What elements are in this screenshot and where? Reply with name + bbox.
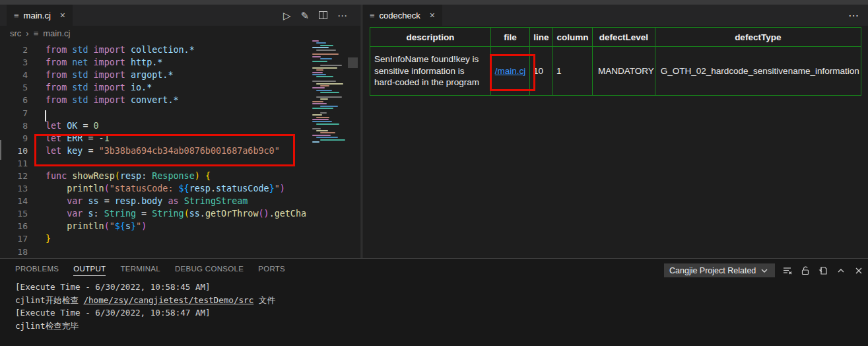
line-number[interactable]: 2 — [0, 45, 28, 55]
code-line[interactable]: 10let key = "3b38ba694cb34ab0876b001687a… — [0, 145, 308, 157]
code-line[interactable]: 6from std import convert.* — [0, 94, 308, 106]
code-token — [46, 221, 67, 231]
output-line: cjlint检查完毕 — [15, 320, 275, 333]
line-number[interactable]: 3 — [0, 57, 28, 67]
code-token: resp — [120, 171, 141, 181]
line-number[interactable]: 16 — [0, 221, 28, 231]
panel-tab-terminal[interactable]: TERMINAL — [120, 265, 160, 276]
code-token: import — [94, 45, 131, 55]
panel-tab-debug-console[interactable]: DEBUG CONSOLE — [175, 265, 244, 276]
code-text: from std import argopt.* — [46, 69, 174, 81]
code-token: } — [46, 234, 51, 244]
code-token: collection.* — [131, 45, 195, 55]
scrollbar-thumb[interactable] — [348, 57, 358, 68]
panel-tab-bar: PROBLEMSOUTPUTTERMINALDEBUG CONSOLEPORTS — [15, 265, 285, 276]
clear-output-icon[interactable] — [782, 265, 793, 276]
file-link[interactable]: /main.cj — [495, 66, 526, 76]
unlock-icon[interactable] — [800, 265, 811, 276]
line-number[interactable]: 17 — [0, 234, 28, 244]
code-token: let — [46, 133, 67, 143]
vscode-window: ≡ main.cj × ▷ ✎ ⋯ src › ≡ main.cj 2from … — [0, 0, 868, 346]
code-line[interactable]: 9let ERR = -1 — [0, 132, 308, 145]
code-token: std — [72, 45, 93, 55]
breadcrumb-file[interactable]: main.cj — [43, 28, 70, 38]
more-actions-icon[interactable]: ⋯ — [848, 9, 859, 22]
code-token: io.* — [131, 83, 152, 92]
output-channel-dropdown[interactable]: Cangjie Project Related — [664, 263, 775, 277]
minimap-line — [312, 101, 323, 102]
code-line[interactable]: 17} — [0, 232, 308, 245]
breadcrumb-folder[interactable]: src — [10, 28, 21, 38]
more-actions-icon[interactable]: ⋯ — [337, 11, 347, 20]
code-token: println — [67, 221, 104, 231]
line-number[interactable]: 4 — [0, 70, 28, 80]
code-token: import — [94, 83, 131, 92]
minimap-line — [312, 108, 333, 109]
code-line[interactable]: 12func showResp(resp: Response) { — [0, 170, 308, 182]
minimap-line — [316, 137, 338, 138]
minimap-line — [312, 114, 322, 116]
output-line: cjlint开始检查 /home/zsy/cangjietest/testDem… — [15, 294, 275, 307]
code-line[interactable]: 11 — [0, 157, 308, 170]
line-number[interactable]: 6 — [0, 95, 28, 105]
line-number[interactable]: 10 — [0, 146, 28, 156]
code-line[interactable]: 3from net import http.* — [0, 56, 308, 69]
line-number[interactable]: 15 — [0, 209, 28, 219]
tab-main-cj[interactable]: ≡ main.cj × — [7, 5, 73, 26]
panel-tab-ports[interactable]: PORTS — [258, 265, 285, 276]
vertical-scrollbar[interactable] — [347, 40, 358, 258]
maximize-panel-icon[interactable] — [836, 265, 846, 276]
codecheck-defect-table: descriptionfilelinecolumndefectLeveldefe… — [370, 27, 861, 96]
code-token: resp — [115, 196, 136, 206]
close-icon[interactable]: × — [430, 10, 435, 20]
code-line[interactable]: 13 println("statusCode: ${resp.statusCod… — [0, 182, 308, 195]
code-line[interactable]: 4from std import argopt.* — [0, 69, 308, 81]
line-number[interactable]: 5 — [0, 83, 28, 92]
open-output-in-editor-icon[interactable] — [818, 265, 828, 276]
line-number[interactable]: 18 — [0, 247, 28, 257]
code-token: getOrThrow — [205, 209, 259, 219]
split-editor-icon[interactable] — [319, 11, 327, 19]
code-token: import — [94, 70, 131, 80]
line-number[interactable]: 11 — [0, 158, 28, 168]
code-token: ( — [104, 184, 110, 193]
code-token: ss — [189, 209, 200, 219]
close-panel-icon[interactable] — [853, 265, 864, 276]
line-number[interactable]: 13 — [0, 184, 28, 193]
line-number[interactable]: 12 — [0, 171, 28, 181]
code-token: import — [94, 57, 131, 67]
panel-tab-problems[interactable]: PROBLEMS — [15, 265, 59, 276]
code-token: " — [110, 221, 115, 231]
code-line[interactable]: 18 — [0, 246, 308, 258]
code-token: : — [94, 209, 104, 219]
minimap-line — [320, 132, 335, 133]
line-number[interactable]: 7 — [0, 108, 28, 118]
file-list-icon: ≡ — [370, 11, 375, 20]
code-editor[interactable]: 2from std import collection.*3from net i… — [0, 40, 308, 258]
panel-tab-output[interactable]: OUTPUT — [73, 265, 106, 276]
minimap-line — [312, 40, 319, 42]
cell-description: SenInfoName found!key is sensitive infor… — [370, 47, 491, 96]
minimap-line — [320, 106, 338, 107]
minimap-line — [312, 141, 319, 143]
code-line[interactable]: 5from std import io.* — [0, 81, 308, 94]
minimap[interactable] — [312, 40, 347, 153]
line-number[interactable]: 14 — [0, 196, 28, 206]
code-line[interactable]: 2from std import collection.* — [0, 44, 308, 56]
code-line[interactable]: 14 var ss = resp.body as StringStream — [0, 195, 308, 207]
line-number[interactable]: 8 — [0, 121, 28, 131]
output-text: [Execute Time - 6/30/2022, 10:58:45 AM] — [15, 282, 211, 292]
code-text: let OK = 0 — [46, 120, 99, 132]
tab-codecheck[interactable]: ≡ codecheck × — [362, 5, 442, 26]
output-path-link[interactable]: /home/zsy/cangjietest/testDemo/src — [83, 295, 253, 305]
code-line[interactable]: 16 println("${s}") — [0, 220, 308, 232]
minimap-line — [316, 123, 339, 125]
edit-icon[interactable]: ✎ — [300, 11, 309, 20]
code-line[interactable]: 15 var s: String = String(ss.getOrThrow(… — [0, 207, 308, 220]
minimap-line — [320, 92, 339, 93]
close-icon[interactable]: × — [60, 10, 65, 20]
line-number[interactable]: 9 — [0, 133, 28, 143]
minimap-line — [312, 81, 336, 82]
run-icon[interactable]: ▷ — [283, 11, 291, 20]
code-token: String — [104, 209, 136, 219]
